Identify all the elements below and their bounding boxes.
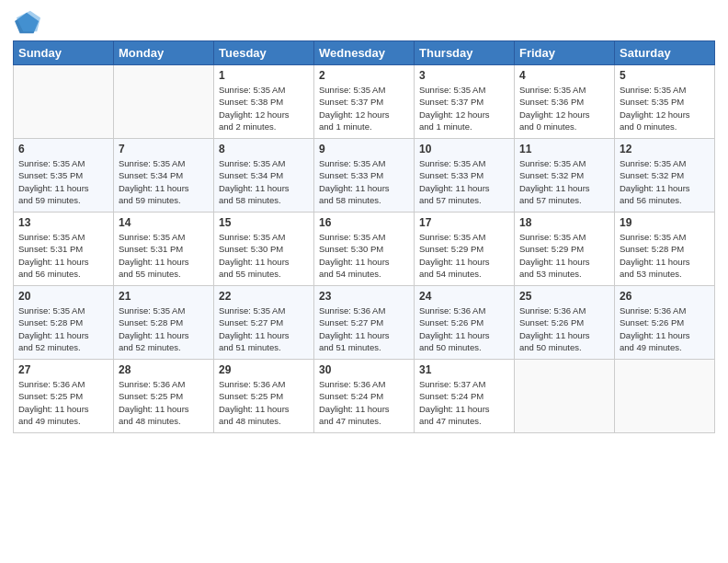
day-number: 24 — [419, 290, 509, 303]
calendar-container: SundayMondayTuesdayWednesdayThursdayFrid… — [0, 0, 728, 563]
day-cell: 19Sunrise: 5:35 AMSunset: 5:28 PMDayligh… — [615, 213, 715, 286]
day-number: 11 — [519, 143, 609, 155]
day-info: Sunrise: 5:35 AMSunset: 5:35 PMDaylight:… — [620, 84, 710, 132]
day-info: Sunrise: 5:35 AMSunset: 5:28 PMDaylight:… — [620, 231, 710, 280]
day-cell: 3Sunrise: 5:35 AMSunset: 5:37 PMDaylight… — [415, 65, 515, 139]
weekday-tuesday: Tuesday — [214, 41, 314, 65]
week-row-4: 20Sunrise: 5:35 AMSunset: 5:28 PMDayligh… — [14, 286, 715, 360]
day-cell — [14, 65, 114, 139]
day-info: Sunrise: 5:36 AMSunset: 5:25 PMDaylight:… — [219, 378, 309, 427]
day-cell: 25Sunrise: 5:36 AMSunset: 5:26 PMDayligh… — [515, 286, 615, 360]
day-cell: 11Sunrise: 5:35 AMSunset: 5:32 PMDayligh… — [515, 139, 615, 213]
day-number: 4 — [519, 69, 609, 82]
day-cell: 18Sunrise: 5:35 AMSunset: 5:29 PMDayligh… — [515, 213, 615, 286]
day-cell: 24Sunrise: 5:36 AMSunset: 5:26 PMDayligh… — [415, 286, 515, 360]
day-number: 10 — [419, 143, 509, 155]
day-info: Sunrise: 5:36 AMSunset: 5:26 PMDaylight:… — [419, 304, 509, 353]
day-info: Sunrise: 5:36 AMSunset: 5:26 PMDaylight:… — [620, 304, 710, 353]
day-number: 20 — [18, 290, 108, 303]
day-cell: 23Sunrise: 5:36 AMSunset: 5:27 PMDayligh… — [314, 286, 415, 360]
day-number: 12 — [620, 143, 710, 155]
calendar-table: SundayMondayTuesdayWednesdayThursdayFrid… — [13, 40, 715, 433]
day-info: Sunrise: 5:35 AMSunset: 5:28 PMDaylight:… — [119, 304, 209, 353]
weekday-monday: Monday — [114, 41, 214, 65]
day-info: Sunrise: 5:35 AMSunset: 5:30 PMDaylight:… — [319, 231, 409, 280]
week-row-2: 6Sunrise: 5:35 AMSunset: 5:35 PMDaylight… — [14, 139, 715, 213]
day-number: 3 — [419, 69, 509, 82]
day-cell: 5Sunrise: 5:35 AMSunset: 5:35 PMDaylight… — [615, 65, 715, 139]
day-info: Sunrise: 5:35 AMSunset: 5:28 PMDaylight:… — [18, 304, 108, 353]
day-number: 26 — [620, 290, 710, 303]
day-info: Sunrise: 5:35 AMSunset: 5:33 PMDaylight:… — [419, 157, 509, 206]
day-info: Sunrise: 5:35 AMSunset: 5:37 PMDaylight:… — [319, 84, 409, 132]
day-info: Sunrise: 5:35 AMSunset: 5:30 PMDaylight:… — [219, 231, 309, 280]
day-info: Sunrise: 5:35 AMSunset: 5:32 PMDaylight:… — [620, 157, 710, 206]
day-number: 30 — [319, 363, 409, 376]
day-number: 23 — [319, 290, 409, 303]
day-cell: 12Sunrise: 5:35 AMSunset: 5:32 PMDayligh… — [615, 139, 715, 213]
day-cell: 2Sunrise: 5:35 AMSunset: 5:37 PMDaylight… — [314, 65, 415, 139]
day-cell: 4Sunrise: 5:35 AMSunset: 5:36 PMDaylight… — [515, 65, 615, 139]
day-cell: 7Sunrise: 5:35 AMSunset: 5:34 PMDaylight… — [114, 139, 214, 213]
day-number: 5 — [620, 69, 710, 82]
day-info: Sunrise: 5:35 AMSunset: 5:34 PMDaylight:… — [119, 157, 209, 206]
day-number: 15 — [219, 216, 309, 229]
weekday-friday: Friday — [515, 41, 615, 65]
day-cell: 20Sunrise: 5:35 AMSunset: 5:28 PMDayligh… — [14, 286, 114, 360]
day-info: Sunrise: 5:35 AMSunset: 5:33 PMDaylight:… — [319, 157, 409, 206]
logo-icon — [15, 9, 40, 35]
week-row-5: 27Sunrise: 5:36 AMSunset: 5:25 PMDayligh… — [14, 360, 715, 433]
day-info: Sunrise: 5:35 AMSunset: 5:36 PMDaylight:… — [519, 84, 609, 132]
day-cell: 15Sunrise: 5:35 AMSunset: 5:30 PMDayligh… — [214, 213, 314, 286]
day-info: Sunrise: 5:36 AMSunset: 5:25 PMDaylight:… — [119, 378, 209, 427]
day-cell: 16Sunrise: 5:35 AMSunset: 5:30 PMDayligh… — [314, 213, 415, 286]
day-number: 17 — [419, 216, 509, 229]
day-info: Sunrise: 5:35 AMSunset: 5:32 PMDaylight:… — [519, 157, 609, 206]
day-cell: 28Sunrise: 5:36 AMSunset: 5:25 PMDayligh… — [114, 360, 214, 433]
weekday-wednesday: Wednesday — [314, 41, 415, 65]
day-cell: 1Sunrise: 5:35 AMSunset: 5:38 PMDaylight… — [214, 65, 314, 139]
day-number: 25 — [519, 290, 609, 303]
weekday-saturday: Saturday — [615, 41, 715, 65]
day-cell — [114, 65, 214, 139]
day-info: Sunrise: 5:37 AMSunset: 5:24 PMDaylight:… — [419, 378, 509, 427]
day-number: 28 — [119, 363, 209, 376]
weekday-thursday: Thursday — [415, 41, 515, 65]
day-cell — [515, 360, 615, 433]
day-info: Sunrise: 5:35 AMSunset: 5:31 PMDaylight:… — [18, 231, 108, 280]
day-cell: 31Sunrise: 5:37 AMSunset: 5:24 PMDayligh… — [415, 360, 515, 433]
day-number: 22 — [219, 290, 309, 303]
day-number: 1 — [219, 69, 309, 82]
day-info: Sunrise: 5:36 AMSunset: 5:26 PMDaylight:… — [519, 304, 609, 353]
day-number: 6 — [18, 143, 108, 155]
day-cell: 26Sunrise: 5:36 AMSunset: 5:26 PMDayligh… — [615, 286, 715, 360]
day-number: 8 — [219, 143, 309, 155]
day-cell: 29Sunrise: 5:36 AMSunset: 5:25 PMDayligh… — [214, 360, 314, 433]
day-info: Sunrise: 5:35 AMSunset: 5:31 PMDaylight:… — [119, 231, 209, 280]
header — [13, 9, 715, 35]
day-cell: 21Sunrise: 5:35 AMSunset: 5:28 PMDayligh… — [114, 286, 214, 360]
day-info: Sunrise: 5:36 AMSunset: 5:24 PMDaylight:… — [319, 378, 409, 427]
weekday-sunday: Sunday — [14, 41, 114, 65]
day-number: 2 — [319, 69, 409, 82]
day-number: 21 — [119, 290, 209, 303]
day-cell: 27Sunrise: 5:36 AMSunset: 5:25 PMDayligh… — [14, 360, 114, 433]
day-cell — [615, 360, 715, 433]
weekday-header-row: SundayMondayTuesdayWednesdayThursdayFrid… — [14, 41, 715, 65]
day-cell: 17Sunrise: 5:35 AMSunset: 5:29 PMDayligh… — [415, 213, 515, 286]
day-cell: 10Sunrise: 5:35 AMSunset: 5:33 PMDayligh… — [415, 139, 515, 213]
day-cell: 30Sunrise: 5:36 AMSunset: 5:24 PMDayligh… — [314, 360, 415, 433]
day-number: 29 — [219, 363, 309, 376]
week-row-3: 13Sunrise: 5:35 AMSunset: 5:31 PMDayligh… — [14, 213, 715, 286]
day-info: Sunrise: 5:36 AMSunset: 5:25 PMDaylight:… — [18, 378, 108, 427]
day-info: Sunrise: 5:35 AMSunset: 5:37 PMDaylight:… — [419, 84, 509, 132]
day-number: 18 — [519, 216, 609, 229]
day-number: 27 — [18, 363, 108, 376]
week-row-1: 1Sunrise: 5:35 AMSunset: 5:38 PMDaylight… — [14, 65, 715, 139]
day-info: Sunrise: 5:36 AMSunset: 5:27 PMDaylight:… — [319, 304, 409, 353]
day-cell: 13Sunrise: 5:35 AMSunset: 5:31 PMDayligh… — [14, 213, 114, 286]
day-info: Sunrise: 5:35 AMSunset: 5:29 PMDaylight:… — [419, 231, 509, 280]
day-number: 14 — [119, 216, 209, 229]
day-number: 13 — [18, 216, 108, 229]
day-cell: 8Sunrise: 5:35 AMSunset: 5:34 PMDaylight… — [214, 139, 314, 213]
